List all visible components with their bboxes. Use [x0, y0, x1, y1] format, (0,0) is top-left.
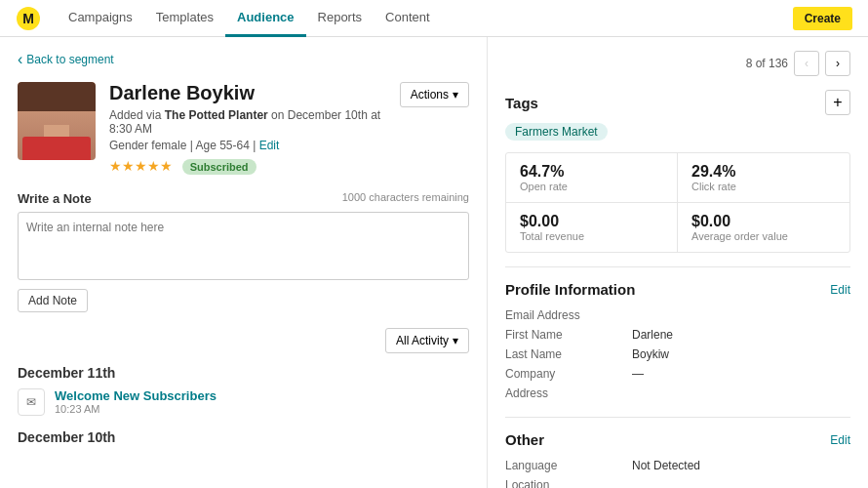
- avatar-neck: [44, 125, 69, 137]
- pager-next-button[interactable]: ›: [825, 51, 850, 76]
- info-row-location: Location: [505, 475, 850, 488]
- profile-edit-link[interactable]: Edit: [259, 139, 280, 152]
- activity-detail: Welcome New Subscribers 10:23 AM: [55, 388, 217, 415]
- other-table: Language Not Detected Location Favorite …: [505, 456, 850, 488]
- activity-time: 10:23 AM: [55, 403, 217, 415]
- back-to-segment-link[interactable]: Back to segment: [18, 51, 469, 68]
- profile-rating-row: ★★★★★ Subscribed: [109, 158, 386, 174]
- stats-grid: 64.7% Open rate 29.4% Click rate $0.00 T…: [505, 152, 850, 253]
- nav-content[interactable]: Content: [374, 0, 442, 37]
- info-row-lastname: Last Name Boykiw: [505, 345, 850, 364]
- tags-title: Tags: [505, 95, 538, 111]
- nav-campaigns[interactable]: Campaigns: [57, 0, 144, 37]
- nav-templates[interactable]: Templates: [144, 0, 225, 37]
- divider-1: [505, 266, 850, 267]
- activity-date-dec11: December 11th: [18, 365, 469, 381]
- content-wrapper: Back to segment Darlene Boykiw Added via…: [0, 37, 868, 488]
- right-panel: 8 of 136 ‹ › Tags + Farmers Market 64.7%…: [488, 37, 868, 488]
- activity-email-icon: ✉: [18, 388, 45, 416]
- tag-badge: Farmers Market: [505, 123, 850, 152]
- info-row-language: Language Not Detected: [505, 456, 850, 475]
- avatar-hair: [18, 82, 96, 111]
- profile-info-header: Profile Information Edit: [505, 281, 850, 298]
- profile-source: The Potted Planter: [165, 108, 268, 122]
- note-textarea[interactable]: [18, 212, 469, 280]
- stat-click-rate: 29.4% Click rate: [678, 153, 849, 203]
- activity-date-dec10: December 10th: [18, 429, 469, 445]
- activity-item: ✉ Welcome New Subscribers 10:23 AM: [18, 388, 469, 416]
- activity-filter-row: All Activity ▾: [18, 328, 469, 353]
- divider-2: [505, 417, 850, 418]
- profile-info: Darlene Boykiw Added via The Potted Plan…: [109, 82, 386, 174]
- info-row-address: Address: [505, 384, 850, 403]
- activity-name[interactable]: Welcome New Subscribers: [55, 388, 217, 403]
- avatar: [18, 82, 96, 160]
- all-activity-button[interactable]: All Activity ▾: [385, 328, 469, 353]
- add-tag-button[interactable]: +: [825, 90, 850, 115]
- add-note-button[interactable]: Add Note: [18, 289, 88, 312]
- info-row-company: Company —: [505, 364, 850, 384]
- actions-button[interactable]: Actions ▾: [400, 82, 469, 107]
- subscribed-badge: Subscribed: [182, 159, 256, 175]
- pager: 8 of 136 ‹ ›: [505, 51, 850, 76]
- nav-reports[interactable]: Reports: [306, 0, 375, 37]
- tags-header: Tags +: [505, 90, 850, 115]
- pager-prev-button[interactable]: ‹: [794, 51, 819, 76]
- nav-items: Campaigns Templates Audience Reports Con…: [57, 0, 793, 37]
- svg-text:M: M: [22, 11, 34, 26]
- chevron-down-icon: ▾: [453, 88, 458, 102]
- profile-name: Darlene Boykiw: [109, 82, 386, 104]
- info-row-email: Email Address: [505, 305, 850, 325]
- chevron-down-icon: ▾: [453, 334, 458, 347]
- other-title: Other: [505, 431, 544, 448]
- stat-open-rate: 64.7% Open rate: [506, 153, 678, 203]
- note-header: Write a Note 1000 characters remaining: [18, 191, 469, 206]
- profile-gender: Gender female | Age 55-64 | Edit: [109, 139, 386, 152]
- logo[interactable]: M: [16, 6, 41, 31]
- note-label: Write a Note: [18, 191, 92, 206]
- other-header: Other Edit: [505, 431, 850, 448]
- nav-audience[interactable]: Audience: [225, 0, 306, 37]
- profile-info-table: Email Address First Name Darlene Last Na…: [505, 305, 850, 403]
- note-section: Write a Note 1000 characters remaining A…: [18, 191, 469, 312]
- other-edit-link[interactable]: Edit: [830, 433, 850, 447]
- top-navigation: M Campaigns Templates Audience Reports C…: [0, 0, 868, 37]
- avatar-body: [22, 137, 91, 160]
- profile-header: Darlene Boykiw Added via The Potted Plan…: [18, 82, 469, 174]
- profile-info-edit-link[interactable]: Edit: [830, 283, 850, 297]
- profile-info-title: Profile Information: [505, 281, 635, 298]
- stat-avg-order: $0.00 Average order value: [678, 203, 849, 252]
- info-row-firstname: First Name Darlene: [505, 325, 850, 345]
- stat-total-revenue: $0.00 Total revenue: [506, 203, 678, 252]
- profile-stars: ★★★★★: [109, 158, 173, 174]
- left-panel: Back to segment Darlene Boykiw Added via…: [0, 37, 488, 488]
- pager-count: 8 of 136: [746, 57, 788, 70]
- create-button[interactable]: Create: [793, 7, 852, 30]
- note-chars-remaining: 1000 characters remaining: [342, 191, 469, 206]
- profile-added: Added via The Potted Planter on December…: [109, 108, 386, 136]
